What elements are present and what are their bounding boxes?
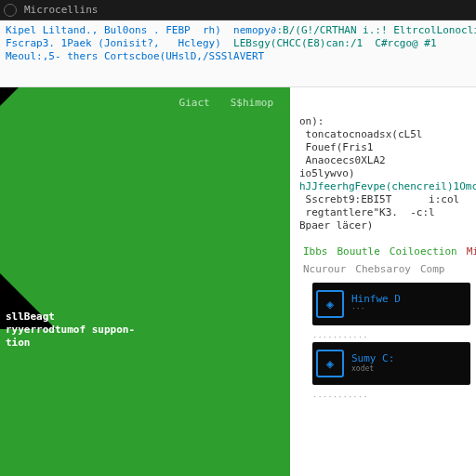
tab-4[interactable]: Mic [467,245,476,258]
card-2-footer: ··········· [312,392,470,402]
cl-3: Fouef(Fris1 [299,141,470,154]
cl-7: Sscrebt9:EBI5T i:col [299,193,470,206]
caption-2: ryyerrodtumof suppon- [6,324,135,337]
card-1-sub: ··· [351,304,401,314]
cl-2: toncatocnoadsx(cL5l [299,128,470,141]
hero-panel: Giact S$himop sllBeagt ryyerrodtumof sup… [0,87,290,476]
window-title: Microcellins [24,4,98,16]
cl-9: Bpaer läcer) [299,219,470,232]
hero-button-2[interactable]: S$himop [225,95,279,111]
tab-3[interactable]: Coiloection [390,245,457,258]
subtabs: Ncurour Chebsaroy Comp [303,263,470,275]
subtab-1[interactable]: Ncurour [303,263,346,275]
side-panel: on): toncatocnoadsx(cL5l Fouef(Fris1 Ana… [290,87,476,476]
caption-1: sllBeagt [6,311,135,324]
cl-6: hJJfeerhgFevpe(chencreil)1Omcamsernn [299,180,470,193]
code-line-3: Meoul:,5- thers Cortscboe(UHslD,/SSSlAVE… [6,50,264,62]
code-line-2b: LEBsgy(CHCC(E8)can:/1 C#rcgo@ #1 [233,37,437,49]
card-1-footer: ··········· [312,333,470,342]
shield-icon: ◈ [316,290,344,318]
titlebar: Microcellins [0,0,476,20]
card-2-sub: xodet [351,364,394,374]
tabs: Ibbs Bouutle Coiloection Mic [303,245,470,258]
subtab-3[interactable]: Comp [420,263,445,275]
code-line-1b: :B/(G!/CRTHAN i.:! EltrcolLonoclinc;l.mm [276,24,476,36]
code-line-2a: Fscrap3. 1Paek (Jonisit?, Hclegy) [6,37,233,49]
cl-8: regtantlere"K3. -c:l [299,206,470,219]
cl-4: Anaocecs0XLA2 [299,154,470,167]
cl-1: on): [299,115,470,128]
subtab-2[interactable]: Chebsaroy [355,263,411,275]
hero-button-1[interactable]: Giact [174,95,216,111]
caption-3: tion [6,337,135,350]
shield-icon: ◈ [316,350,344,377]
tab-2[interactable]: Bouutle [337,245,380,258]
code-listing: on): toncatocnoadsx(cL5l Fouef(Fris1 Ana… [299,115,470,232]
card-1[interactable]: ◈ Hinfwe D··· [312,283,470,325]
arrow-graphic [0,87,290,476]
card-2[interactable]: ◈ Sumy C:xodet [312,342,470,385]
hero-caption: sllBeagt ryyerrodtumof suppon- tion [6,311,135,350]
app-icon [4,4,17,17]
code-header: Kipel Liltand., Bul0ons . FEBP rh) nemop… [0,20,476,87]
cl-5: io5lywvo) [299,167,470,180]
tab-1[interactable]: Ibbs [303,245,328,258]
code-line-1a: Kipel Liltand., Bul0ons . FEBP rh) nemop… [6,24,276,36]
